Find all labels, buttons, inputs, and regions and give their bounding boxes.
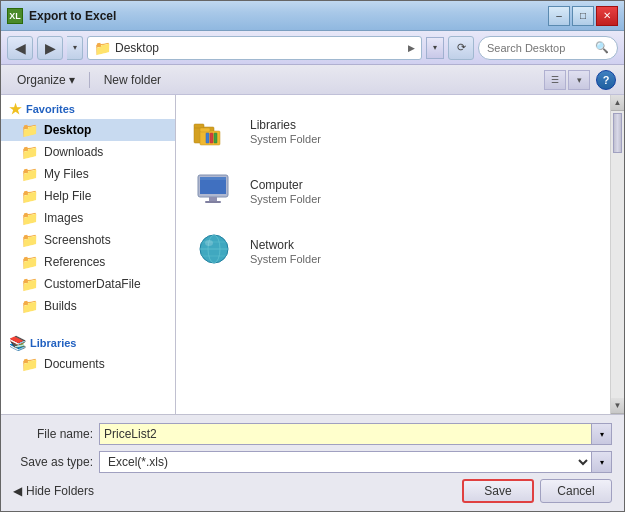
cancel-button[interactable]: Cancel <box>540 479 612 503</box>
savetype-select[interactable]: Excel(*.xls) <box>99 451 592 473</box>
sidebar-item-helpfile[interactable]: 📁 Help File <box>1 185 175 207</box>
favorites-star-icon: ★ <box>9 101 22 117</box>
main-content: ★ Favorites 📁 Desktop 📁 Downloads 📁 My F… <box>1 95 624 414</box>
filename-input[interactable] <box>99 423 592 445</box>
file-type-network: System Folder <box>250 253 321 265</box>
file-item-network[interactable]: Network System Folder <box>184 223 602 279</box>
new-folder-button[interactable]: New folder <box>96 71 169 89</box>
svg-rect-9 <box>200 177 226 180</box>
computer-icon-large <box>192 171 240 211</box>
nav-panel: ★ Favorites 📁 Desktop 📁 Downloads 📁 My F… <box>1 95 176 414</box>
location-folder-icon: 📁 <box>94 40 111 56</box>
bottom-area: File name: ▾ Save as type: Excel(*.xls) … <box>1 414 624 511</box>
sidebar-item-screenshots[interactable]: 📁 Screenshots <box>1 229 175 251</box>
folder-icon: 📁 <box>21 210 38 226</box>
hide-folders-button[interactable]: ◀ Hide Folders <box>13 484 94 498</box>
dialog-window: XL Export to Excel – □ ✕ ◀ ▶ ▾ 📁 Desktop… <box>0 0 625 512</box>
file-name-libraries: Libraries <box>250 118 321 132</box>
separator <box>89 72 90 88</box>
folder-icon: 📁 <box>21 232 38 248</box>
libraries-icon-large <box>192 111 240 151</box>
refresh-button[interactable]: ⟳ <box>448 36 474 60</box>
hide-folders-label: Hide Folders <box>26 484 94 498</box>
folder-icon: 📁 <box>21 276 38 292</box>
file-info-computer: Computer System Folder <box>250 178 321 205</box>
file-name-computer: Computer <box>250 178 321 192</box>
sidebar-item-downloads[interactable]: 📁 Downloads <box>1 141 175 163</box>
sidebar-item-documents[interactable]: 📁 Documents <box>1 353 175 375</box>
svg-rect-10 <box>209 197 217 201</box>
file-type-computer: System Folder <box>250 193 321 205</box>
minimize-button[interactable]: – <box>548 6 570 26</box>
organize-button[interactable]: Organize ▾ <box>9 71 83 89</box>
help-button[interactable]: ? <box>596 70 616 90</box>
folder-icon: 📁 <box>21 144 38 160</box>
title-bar-left: XL Export to Excel <box>7 8 116 24</box>
sidebar-item-desktop[interactable]: 📁 Desktop <box>1 119 175 141</box>
search-box: 🔍 <box>478 36 618 60</box>
savetype-row: Save as type: Excel(*.xls) ▾ <box>13 451 612 473</box>
savetype-dropdown-button[interactable]: ▾ <box>592 451 612 473</box>
filename-input-wrapper: ▾ <box>99 423 612 445</box>
sidebar-item-references[interactable]: 📁 References <box>1 251 175 273</box>
file-info-network: Network System Folder <box>250 238 321 265</box>
nav-separator <box>1 319 175 327</box>
title-icon: XL <box>7 8 23 24</box>
forward-button[interactable]: ▶ <box>37 36 63 60</box>
scroll-thumb[interactable] <box>613 113 622 153</box>
toolbar-row: ◀ ▶ ▾ 📁 Desktop ▶ ▾ ⟳ 🔍 <box>1 31 624 65</box>
folder-icon: 📁 <box>21 122 38 138</box>
file-item-computer[interactable]: Computer System Folder <box>184 163 602 219</box>
folder-icon: 📁 <box>21 166 38 182</box>
sidebar-item-myfiles[interactable]: 📁 My Files <box>1 163 175 185</box>
filename-dropdown-button[interactable]: ▾ <box>592 423 612 445</box>
file-item-libraries[interactable]: Libraries System Folder <box>184 103 602 159</box>
libraries-icon: 📚 <box>9 335 26 351</box>
title-controls: – □ ✕ <box>548 6 618 26</box>
svg-rect-4 <box>206 133 209 143</box>
sidebar-item-builds[interactable]: 📁 Builds <box>1 295 175 317</box>
location-dropdown-button[interactable]: ▾ <box>426 37 444 59</box>
scroll-down-button[interactable]: ▼ <box>611 398 624 414</box>
scroll-up-button[interactable]: ▲ <box>611 95 624 111</box>
window-title: Export to Excel <box>29 9 116 23</box>
file-info-libraries: Libraries System Folder <box>250 118 321 145</box>
search-icon: 🔍 <box>595 41 609 54</box>
nav-dropdown[interactable]: ▾ <box>67 36 83 60</box>
svg-rect-1 <box>194 124 204 128</box>
button-row: ◀ Hide Folders Save Cancel <box>13 479 612 503</box>
sidebar-item-images[interactable]: 📁 Images <box>1 207 175 229</box>
file-area: Libraries System Folder <box>176 95 610 414</box>
file-name-network: Network <box>250 238 321 252</box>
back-button[interactable]: ◀ <box>7 36 33 60</box>
folder-icon: 📁 <box>21 356 38 372</box>
view-buttons: ☰ ▾ ? <box>544 70 616 90</box>
location-arrow: ▶ <box>408 43 415 53</box>
favorites-section-header[interactable]: ★ Favorites <box>1 95 175 119</box>
search-input[interactable] <box>487 42 591 54</box>
title-bar: XL Export to Excel – □ ✕ <box>1 1 624 31</box>
file-type-libraries: System Folder <box>250 133 321 145</box>
svg-rect-3 <box>200 128 210 132</box>
filename-label: File name: <box>13 427 93 441</box>
folder-icon: 📁 <box>21 188 38 204</box>
maximize-button[interactable]: □ <box>572 6 594 26</box>
sidebar-item-customerdatafile[interactable]: 📁 CustomerDataFile <box>1 273 175 295</box>
network-icon-large <box>192 231 240 271</box>
svg-point-17 <box>205 240 213 246</box>
svg-rect-11 <box>205 201 221 203</box>
svg-rect-6 <box>214 133 217 143</box>
savetype-input-wrapper: Excel(*.xls) ▾ <box>99 451 612 473</box>
libraries-section-header[interactable]: 📚 Libraries <box>1 329 175 353</box>
scroll-track <box>611 111 624 398</box>
view-toggle-button[interactable]: ☰ <box>544 70 566 90</box>
svg-rect-5 <box>210 133 213 143</box>
close-button[interactable]: ✕ <box>596 6 618 26</box>
organize-row: Organize ▾ New folder ☰ ▾ ? <box>1 65 624 95</box>
savetype-label: Save as type: <box>13 455 93 469</box>
save-button[interactable]: Save <box>462 479 534 503</box>
right-scrollbar[interactable]: ▲ ▼ <box>610 95 624 414</box>
folder-icon: 📁 <box>21 254 38 270</box>
view-dropdown-button[interactable]: ▾ <box>568 70 590 90</box>
filename-row: File name: ▾ <box>13 423 612 445</box>
